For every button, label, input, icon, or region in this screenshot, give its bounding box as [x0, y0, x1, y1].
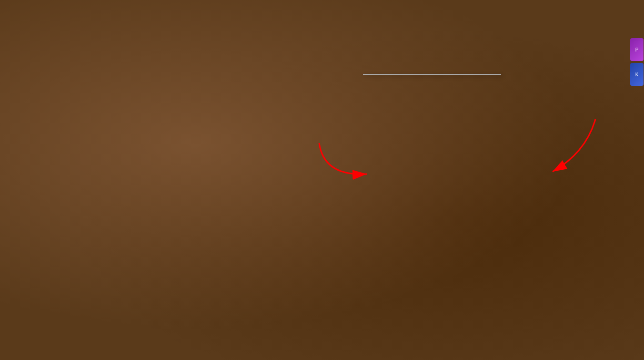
- right-edge-icon-1[interactable]: P: [630, 38, 644, 61]
- desktop: P K: [0, 0, 644, 360]
- icons-grid: [0, 0, 326, 360]
- right-edge-strip: P K: [630, 0, 644, 360]
- arrow-right: [543, 114, 600, 176]
- context-menu: [363, 74, 501, 75]
- right-edge-icon-2[interactable]: K: [630, 63, 644, 86]
